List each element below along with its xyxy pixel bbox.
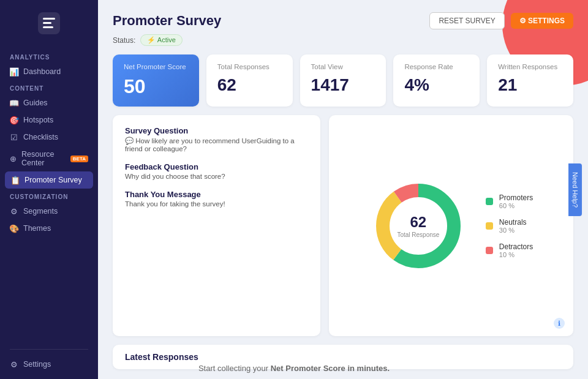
neutrals-dot: [486, 222, 493, 230]
survey-question-section: Survey Question 💬 How likely are you to …: [125, 126, 308, 152]
legend-detractors: Detractors 10 %: [486, 242, 533, 258]
svg-rect-1: [43, 18, 55, 20]
metrics-row: Net Promoter Score 50 Total Responses 62…: [113, 54, 573, 107]
bottom-panels: Survey Question 💬 How likely are you to …: [113, 115, 573, 336]
sidebar-item-label: Guides: [23, 99, 48, 107]
tagline: Start collecting your Net Promoter Score…: [0, 364, 588, 373]
chart-panel: 62 Total Response Promoters 60 %: [329, 115, 573, 336]
survey-question-title: Survey Question: [125, 126, 308, 135]
tagline-bold: Net Promoter Score in minutes.: [271, 364, 390, 373]
themes-icon: 🎨: [10, 224, 18, 233]
sidebar-item-label: Segments: [23, 207, 58, 216]
segments-icon: ⚙: [10, 207, 18, 216]
metric-written-responses-value: 21: [498, 75, 562, 95]
survey-info-panel: Survey Question 💬 How likely are you to …: [113, 115, 320, 336]
metric-total-responses-value: 62: [217, 75, 282, 95]
donut-chart: 62 Total Response: [369, 177, 467, 275]
detractors-dot: [486, 247, 493, 254]
sidebar: ANALYTICS 📊 Dashboard CONTENT 📖 Guides 🎯…: [0, 0, 98, 379]
promoters-pct: 60 %: [499, 202, 533, 209]
sidebar-item-hotspots[interactable]: 🎯 Hotspots: [0, 111, 98, 129]
status-label: Status:: [113, 36, 135, 45]
metric-total-view: Total View 1417: [300, 54, 386, 107]
info-button[interactable]: ℹ: [554, 318, 565, 329]
sidebar-item-label: Dashboard: [23, 67, 61, 76]
metric-nps-value: 50: [124, 75, 188, 98]
main-content: Promoter Survey RESET SURVEY ⚙ SETTINGS …: [98, 0, 588, 379]
section-label-content: CONTENT: [0, 85, 98, 92]
guides-icon: 📖: [10, 99, 18, 107]
reset-survey-button[interactable]: RESET SURVEY: [429, 12, 504, 29]
sidebar-item-resource-center[interactable]: ⊕ Resource Center BETA: [0, 146, 98, 171]
status-badge: ⚡ Active: [140, 34, 182, 46]
sidebar-item-label: Resource Center: [21, 150, 64, 167]
need-help-tab[interactable]: Need Help?: [568, 163, 582, 216]
sidebar-item-dashboard[interactable]: 📊 Dashboard: [0, 63, 98, 80]
sidebar-item-label: Hotspots: [23, 116, 53, 124]
page-title: Promoter Survey: [113, 13, 221, 29]
feedback-question-text: Why did you choose that score?: [125, 173, 308, 180]
detractors-info: Detractors 10 %: [499, 242, 533, 258]
chart-legend: Promoters 60 % Neutrals 30 %: [486, 193, 533, 258]
neutrals-pct: 30 %: [499, 227, 527, 234]
status-row: Status: ⚡ Active: [113, 34, 573, 46]
beta-badge: BETA: [70, 156, 88, 162]
detractors-label: Detractors: [499, 242, 533, 251]
sidebar-item-promoter-survey[interactable]: 📋 Promoter Survey: [5, 171, 93, 189]
metric-total-responses-label: Total Responses: [217, 63, 282, 70]
detractors-pct: 10 %: [499, 251, 533, 258]
sidebar-divider: [10, 349, 88, 350]
checklists-icon: ☑: [10, 133, 18, 141]
sidebar-item-label: Checklists: [23, 133, 58, 141]
metric-written-responses: Written Responses 21: [487, 54, 573, 107]
question-icon: 💬: [125, 137, 134, 144]
thankyou-title: Thank You Message: [125, 190, 308, 199]
header-actions: RESET SURVEY ⚙ SETTINGS: [429, 12, 573, 29]
sidebar-logo: [0, 12, 98, 34]
sidebar-item-themes[interactable]: 🎨 Themes: [0, 220, 98, 237]
metric-nps-label: Net Promoter Score: [124, 63, 188, 70]
thankyou-text: Thank you for taking the survey!: [125, 200, 308, 208]
promoters-info: Promoters 60 %: [499, 193, 533, 209]
metric-total-view-value: 1417: [311, 75, 375, 95]
legend-promoters: Promoters 60 %: [486, 193, 533, 209]
sidebar-item-checklists[interactable]: ☑ Checklists: [0, 129, 98, 146]
sidebar-item-label: Promoter Survey: [24, 176, 82, 184]
neutrals-info: Neutrals 30 %: [499, 218, 527, 234]
hotspots-icon: 🎯: [10, 116, 18, 124]
feedback-question-title: Feedback Question: [125, 162, 308, 171]
sidebar-item-label: Themes: [23, 224, 51, 233]
metric-nps: Net Promoter Score 50: [113, 54, 199, 107]
promoters-dot: [486, 198, 493, 205]
resource-center-icon: ⊕: [10, 154, 17, 163]
metric-written-responses-label: Written Responses: [498, 63, 562, 70]
feedback-question-section: Feedback Question Why did you choose tha…: [125, 162, 308, 180]
svg-rect-2: [43, 22, 51, 24]
donut-center-value: 62: [397, 213, 439, 230]
promoter-survey-icon: 📋: [11, 176, 20, 184]
promoters-label: Promoters: [499, 193, 533, 202]
metric-total-view-label: Total View: [311, 63, 375, 70]
sidebar-item-guides[interactable]: 📖 Guides: [0, 94, 98, 111]
tagline-text: Start collecting your: [198, 364, 271, 373]
dashboard-icon: 📊: [10, 67, 18, 76]
metric-response-rate-label: Response Rate: [404, 63, 469, 70]
thankyou-section: Thank You Message Thank you for taking t…: [125, 190, 308, 208]
metric-total-responses: Total Responses 62: [206, 54, 293, 107]
app-container: ANALYTICS 📊 Dashboard CONTENT 📖 Guides 🎯…: [0, 0, 588, 379]
latest-responses-title: Latest Responses: [125, 352, 198, 362]
page-header: Promoter Survey RESET SURVEY ⚙ SETTINGS: [113, 12, 573, 29]
legend-neutrals: Neutrals 30 %: [486, 218, 533, 234]
neutrals-label: Neutrals: [499, 218, 527, 227]
sidebar-item-segments[interactable]: ⚙ Segments: [0, 203, 98, 220]
svg-rect-3: [43, 26, 53, 28]
survey-question-text: 💬 How likely are you to recommend UserGu…: [125, 137, 308, 152]
section-label-analytics: ANALYTICS: [0, 54, 98, 61]
metric-response-rate-value: 4%: [404, 75, 469, 95]
donut-center: 62 Total Response: [397, 213, 439, 238]
settings-button[interactable]: ⚙ SETTINGS: [511, 13, 573, 29]
section-label-customization: CUSTOMIZATION: [0, 193, 98, 200]
donut-center-label: Total Response: [397, 230, 439, 238]
metric-response-rate: Response Rate 4%: [393, 54, 480, 107]
